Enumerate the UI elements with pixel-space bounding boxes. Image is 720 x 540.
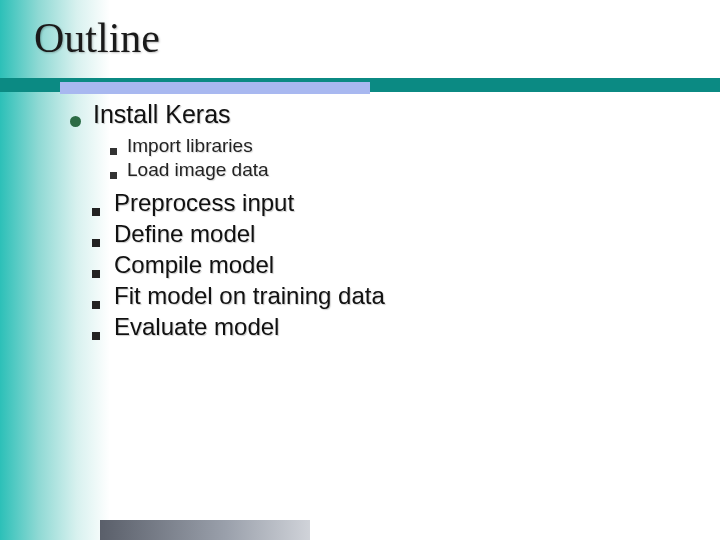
step-item: Fit model on training data xyxy=(92,282,720,310)
sub-bullet-item: Load image data xyxy=(110,159,720,181)
step-text: Define model xyxy=(114,220,255,248)
square-bullet-icon xyxy=(92,208,100,216)
step-text: Evaluate model xyxy=(114,313,279,341)
step-item: Define model xyxy=(92,220,720,248)
step-text: Fit model on training data xyxy=(114,282,385,310)
content-area: Install Keras Import libraries Load imag… xyxy=(0,70,720,341)
square-bullet-icon xyxy=(110,172,117,179)
square-bullet-icon xyxy=(92,270,100,278)
step-list: Preprocess input Define model Compile mo… xyxy=(70,189,720,341)
title-area: Outline xyxy=(0,0,720,70)
bullet-level1: Install Keras xyxy=(70,100,720,129)
square-bullet-icon xyxy=(92,332,100,340)
sub-bullet-text: Import libraries xyxy=(127,135,253,157)
sub-bullet-item: Import libraries xyxy=(110,135,720,157)
step-text: Compile model xyxy=(114,251,274,279)
sub-bullet-text: Load image data xyxy=(127,159,269,181)
square-bullet-icon xyxy=(92,301,100,309)
step-item: Evaluate model xyxy=(92,313,720,341)
bottom-decorative-bar xyxy=(100,520,310,540)
step-item: Compile model xyxy=(92,251,720,279)
slide-title: Outline xyxy=(34,14,720,62)
step-item: Preprocess input xyxy=(92,189,720,217)
bullet-level1-text: Install Keras xyxy=(93,100,231,129)
step-text: Preprocess input xyxy=(114,189,294,217)
square-bullet-icon xyxy=(92,239,100,247)
square-bullet-icon xyxy=(110,148,117,155)
disc-bullet-icon xyxy=(70,116,81,127)
sub-bullet-group: Import libraries Load image data xyxy=(70,135,720,181)
